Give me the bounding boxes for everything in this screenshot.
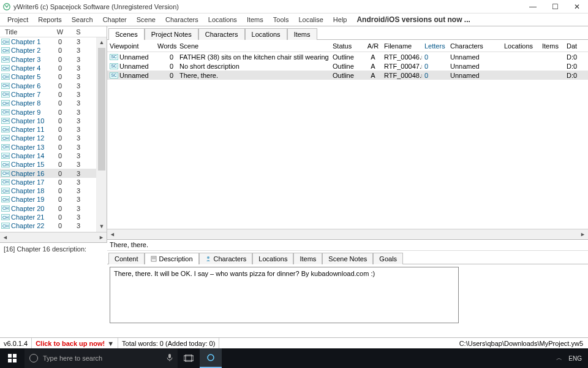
col-title[interactable]: Title bbox=[0, 28, 50, 36]
close-button[interactable]: ✕ bbox=[566, 0, 588, 13]
tab-project-notes[interactable]: Project Notes bbox=[145, 28, 198, 40]
col-characters[interactable]: Characters bbox=[448, 42, 502, 50]
menu-items[interactable]: Items bbox=[242, 15, 268, 25]
menu-reports[interactable]: Reports bbox=[33, 15, 67, 25]
chapter-row[interactable]: CHChapter 103 bbox=[0, 37, 107, 46]
maximize-button[interactable]: ☐ bbox=[544, 0, 566, 13]
tab-content[interactable]: Content bbox=[108, 253, 145, 264]
chapter-words: 0 bbox=[50, 82, 70, 90]
minimize-button[interactable]: — bbox=[522, 0, 544, 13]
scene-row[interactable]: SCUnnamed0There, there.OutlineARTF_00048… bbox=[107, 71, 588, 80]
scroll-up-arrow-icon[interactable] bbox=[97, 37, 107, 48]
vertical-scrollbar[interactable] bbox=[96, 37, 107, 232]
mic-icon[interactable] bbox=[167, 353, 173, 363]
chapter-row[interactable]: CHChapter 703 bbox=[0, 90, 107, 99]
tab-locations[interactable]: Locations bbox=[245, 28, 287, 40]
col-date[interactable]: Dat bbox=[564, 42, 582, 50]
chapter-row[interactable]: CHChapter 1703 bbox=[0, 178, 107, 186]
scene-row[interactable]: SCUnnamed0No short descriptionOutlineART… bbox=[107, 61, 588, 71]
scroll-thumb[interactable] bbox=[98, 48, 105, 171]
scene-row[interactable]: SCUnnamed0FATHER (38) sits on the kitche… bbox=[107, 52, 588, 61]
chapter-words: 0 bbox=[50, 170, 70, 177]
menu-project[interactable]: Project bbox=[2, 15, 33, 25]
tray-expand-icon[interactable]: ︿ bbox=[556, 354, 562, 362]
scene-words: 0 bbox=[155, 63, 177, 70]
chapter-row[interactable]: CHChapter 1103 bbox=[0, 125, 107, 134]
chapter-row[interactable]: CHChapter 603 bbox=[0, 81, 107, 90]
taskbar-search[interactable]: Type here to search bbox=[24, 348, 178, 368]
ywriter-taskbar-button[interactable] bbox=[200, 348, 222, 368]
scene-hscrollbar[interactable]: ◄ ► bbox=[107, 229, 588, 239]
tab-items[interactable]: Items bbox=[287, 28, 317, 40]
language-indicator[interactable]: ENG bbox=[568, 355, 582, 362]
col-filename[interactable]: Filename bbox=[382, 42, 422, 50]
menu-tools[interactable]: Tools bbox=[268, 15, 294, 25]
chapter-row[interactable]: CHChapter 2003 bbox=[0, 204, 107, 213]
characters-icon bbox=[205, 256, 211, 262]
tab-items2[interactable]: Items bbox=[293, 253, 322, 264]
menu-chapter[interactable]: Chapter bbox=[98, 15, 132, 25]
chapter-row[interactable]: CHChapter 1003 bbox=[0, 117, 107, 125]
chapter-row[interactable]: CHChapter 2103 bbox=[0, 213, 107, 221]
tab-scene-notes[interactable]: Scene Notes bbox=[322, 253, 373, 264]
start-button[interactable] bbox=[0, 348, 24, 368]
col-status[interactable]: Status bbox=[330, 42, 362, 50]
scroll-right-arrow-icon[interactable]: ► bbox=[96, 234, 107, 240]
chapter-row[interactable]: CHChapter 2203 bbox=[0, 221, 107, 230]
promo-link[interactable]: Android/iOS versions out now ... bbox=[356, 15, 470, 24]
tab-locations[interactable]: Locations bbox=[252, 253, 293, 264]
chapter-row[interactable]: CHChapter 1503 bbox=[0, 160, 107, 169]
chapter-row[interactable]: CHChapter 803 bbox=[0, 99, 107, 107]
col-s[interactable]: S bbox=[70, 28, 87, 36]
chapter-description-label: [16] Chapter 16 description: bbox=[4, 245, 104, 253]
chapter-row[interactable]: CHChapter 1903 bbox=[0, 195, 107, 204]
chapter-row[interactable]: CHChapter 903 bbox=[0, 107, 107, 116]
menu-search[interactable]: Search bbox=[67, 15, 98, 25]
scene-table-body[interactable]: SCUnnamed0FATHER (38) sits on the kitche… bbox=[107, 52, 588, 229]
scene-status: Outline bbox=[330, 53, 362, 61]
col-scene[interactable]: Scene bbox=[177, 42, 330, 50]
scroll-right-arrow-icon[interactable]: ► bbox=[578, 231, 588, 237]
tab-goals[interactable]: Goals bbox=[373, 253, 403, 264]
task-view-button[interactable] bbox=[178, 348, 200, 368]
menu-localise[interactable]: Localise bbox=[293, 15, 328, 25]
col-w[interactable]: W bbox=[50, 28, 70, 36]
chapter-row[interactable]: CHChapter 303 bbox=[0, 55, 107, 64]
menu-scene[interactable]: Scene bbox=[132, 15, 160, 25]
horizontal-scrollbar[interactable]: ◄ ► bbox=[0, 232, 107, 242]
dropdown-arrow-icon[interactable]: ▼ bbox=[107, 340, 114, 347]
menu-locations[interactable]: Locations bbox=[203, 15, 242, 25]
description-textarea[interactable] bbox=[110, 267, 459, 323]
scroll-left-arrow-icon[interactable]: ◄ bbox=[107, 231, 118, 237]
total-words-label: Total words: 0 (Added today: 0) bbox=[118, 338, 219, 348]
chapter-row[interactable]: CHChapter 503 bbox=[0, 72, 107, 81]
menu-characters[interactable]: Characters bbox=[160, 15, 203, 25]
tab-characters[interactable]: Characters bbox=[198, 28, 245, 40]
scene-chip-icon: SC bbox=[110, 72, 118, 79]
col-items[interactable]: Items bbox=[540, 42, 564, 50]
col-words[interactable]: Words bbox=[155, 42, 177, 50]
chapter-row[interactable]: CHChapter 1403 bbox=[0, 151, 107, 160]
tab-description[interactable]: Description bbox=[145, 253, 199, 264]
chapter-list[interactable]: CHChapter 103CHChapter 203CHChapter 303C… bbox=[0, 37, 107, 232]
col-letters[interactable]: Letters bbox=[422, 42, 448, 50]
scroll-left-arrow-icon[interactable]: ◄ bbox=[0, 234, 10, 240]
backup-button[interactable]: Click to back up now!▼ bbox=[32, 338, 118, 348]
col-ar[interactable]: A/R bbox=[362, 42, 382, 50]
scroll-down-arrow-icon[interactable] bbox=[97, 221, 107, 232]
chapter-row[interactable]: CHChapter 1203 bbox=[0, 134, 107, 142]
tab-characters[interactable]: Characters bbox=[199, 253, 253, 264]
chapter-chip-icon: CH bbox=[1, 109, 10, 115]
chapter-row[interactable]: CHChapter 1303 bbox=[0, 143, 107, 151]
chapter-row[interactable]: CHChapter 203 bbox=[0, 46, 107, 55]
col-locations[interactable]: Locations bbox=[502, 42, 540, 50]
chapter-row[interactable]: CHChapter 1803 bbox=[0, 186, 107, 195]
tab-scenes[interactable]: Scenes bbox=[108, 28, 145, 40]
col-viewpoint[interactable]: Viewpoint bbox=[107, 42, 155, 50]
chapter-row[interactable]: CHChapter 1603 bbox=[0, 169, 107, 177]
chapter-row[interactable]: CHChapter 403 bbox=[0, 64, 107, 72]
menu-help[interactable]: Help bbox=[328, 15, 352, 25]
detail-content-area bbox=[107, 264, 588, 337]
chapter-scenes: 3 bbox=[70, 205, 87, 212]
chapter-name: Chapter 14 bbox=[10, 152, 50, 159]
